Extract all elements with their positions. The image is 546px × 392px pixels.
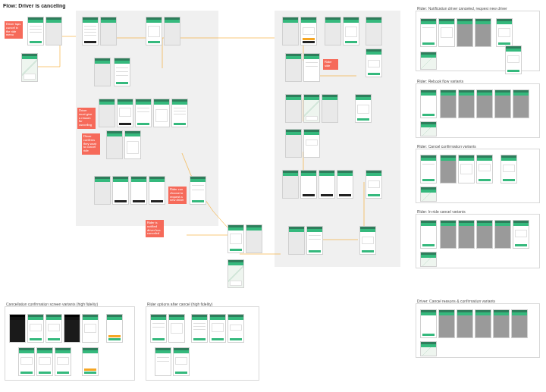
screen-rider-row3-a[interactable] — [285, 94, 302, 123]
screen-cancel-confirm-dialog[interactable] — [146, 17, 162, 45]
screen-rider-row5-c[interactable] — [318, 170, 335, 199]
screen-rider-row6-b[interactable] — [306, 226, 323, 255]
s1-b[interactable] — [438, 18, 455, 47]
s3-a[interactable] — [420, 155, 437, 183]
screen-reason-confirm[interactable] — [124, 130, 141, 159]
screen-rider-row4-a[interactable] — [285, 129, 302, 158]
screen-rider-row5-b[interactable] — [300, 170, 317, 199]
screen-cancel-reason-list[interactable] — [114, 58, 130, 86]
screen-cancel-menu[interactable] — [82, 17, 99, 45]
s2-c[interactable] — [458, 89, 475, 118]
screen-canceled-toast-e[interactable] — [190, 176, 206, 205]
bb-7[interactable] — [173, 347, 190, 376]
screen-rider-row2-a[interactable] — [285, 53, 302, 82]
screen-rider-row5-d[interactable] — [337, 170, 353, 199]
screen-cancel-confirm-dialog-grey[interactable] — [164, 17, 180, 45]
screen-rider-row5-a[interactable] — [282, 170, 299, 199]
bb-2[interactable] — [168, 314, 185, 343]
sheet-2-label: Rider: Rebook flow variants — [417, 79, 463, 83]
screen-rider-row6-a[interactable] — [288, 226, 305, 255]
ba-7[interactable] — [55, 347, 71, 376]
screen-rider-row5-e[interactable] — [366, 170, 382, 199]
s1-e[interactable] — [496, 18, 513, 47]
screen-rider-row4-b[interactable] — [303, 129, 320, 158]
screen-canceled-toast-b[interactable] — [112, 176, 129, 205]
ba-1[interactable] — [27, 314, 44, 343]
bb-4[interactable] — [209, 314, 226, 343]
screen-cancel-reason-blank[interactable] — [94, 58, 111, 86]
ba-6[interactable] — [36, 347, 53, 376]
screen-reason-optC[interactable] — [135, 99, 152, 127]
screen-bridge-map[interactable] — [228, 259, 244, 288]
screen-rider-row3-b[interactable] — [303, 94, 320, 123]
ba-lock[interactable] — [9, 314, 26, 343]
bb-1[interactable] — [150, 314, 167, 343]
s2-d[interactable] — [476, 89, 493, 118]
s1-a[interactable] — [420, 18, 437, 47]
s5-d[interactable] — [475, 309, 491, 338]
s3-d[interactable] — [476, 155, 493, 183]
s2-a[interactable] — [420, 89, 437, 118]
screen-cancel-menu-grey[interactable] — [100, 17, 117, 45]
screen-rider-notif-a[interactable] — [282, 17, 299, 45]
screen-rider-row6-end[interactable] — [359, 226, 376, 255]
ba-5[interactable] — [18, 347, 35, 376]
screen-reason-optB[interactable] — [117, 99, 133, 127]
screen-rider-row2-b[interactable] — [303, 53, 320, 82]
screen-rider-notif-e[interactable] — [366, 17, 382, 45]
s1-c[interactable] — [457, 18, 473, 47]
s2-map[interactable] — [420, 121, 437, 136]
screen-canceled-toast-c[interactable] — [130, 176, 147, 205]
screen-rider-row3-c[interactable] — [322, 94, 338, 123]
screen-driver-ride-active-b[interactable] — [46, 17, 62, 45]
screen-rider-notif-b[interactable] — [300, 17, 317, 45]
note-driver-reason: Driver must give a reason for canceling — [77, 108, 96, 129]
screen-rider-row3-d[interactable] — [355, 94, 372, 123]
s3-map[interactable] — [420, 187, 437, 202]
s3-c[interactable] — [458, 155, 475, 183]
screen-reason-confirm-grey[interactable] — [106, 130, 123, 159]
screen-rider-notif-c[interactable] — [325, 17, 341, 45]
s2-e[interactable] — [494, 89, 511, 118]
bb-3[interactable] — [191, 314, 208, 343]
s2-f[interactable] — [513, 89, 529, 118]
screen-bridge-a[interactable] — [228, 224, 244, 253]
s3-b[interactable] — [440, 155, 457, 183]
bb-5[interactable] — [228, 314, 244, 343]
screen-reason-optA[interactable] — [99, 99, 115, 127]
sheet-4-label: Rider: In-ride cancel variants — [417, 209, 466, 214]
s5-e[interactable] — [493, 309, 510, 338]
screen-rider-map-start[interactable] — [21, 53, 38, 82]
s3-e[interactable] — [500, 155, 517, 183]
s5-map[interactable] — [420, 341, 437, 356]
screen-rider-notif-d[interactable] — [343, 17, 359, 45]
screen-canceled-toast-d[interactable] — [149, 176, 165, 205]
screen-canceled-toast-a[interactable] — [94, 176, 111, 205]
ba-lock2[interactable] — [64, 314, 80, 343]
s1-d[interactable] — [475, 18, 491, 47]
s4-d[interactable] — [476, 220, 493, 249]
ba-3[interactable] — [82, 314, 99, 343]
screen-driver-ride-active-a[interactable] — [27, 17, 44, 45]
s4-c[interactable] — [458, 220, 475, 249]
s5-b[interactable] — [438, 309, 455, 338]
screen-bridge-b[interactable] — [246, 224, 262, 253]
ba-4[interactable] — [106, 314, 123, 343]
s4-b[interactable] — [440, 220, 457, 249]
s4-f[interactable] — [513, 220, 529, 249]
s4-e[interactable] — [494, 220, 511, 249]
screen-reason-optD[interactable] — [153, 99, 170, 127]
s4-a[interactable] — [420, 220, 437, 249]
s2-b[interactable] — [440, 89, 457, 118]
bb-6[interactable] — [155, 347, 171, 376]
screen-rider-notif-f[interactable] — [366, 49, 382, 77]
s1-map[interactable] — [420, 52, 437, 70]
s4-map[interactable] — [420, 252, 437, 267]
s1-f[interactable] — [505, 45, 522, 74]
s5-f[interactable] — [511, 309, 528, 338]
screen-reason-optE[interactable] — [171, 99, 188, 127]
s5-c[interactable] — [457, 309, 473, 338]
s5-a[interactable] — [420, 309, 437, 338]
ba-2[interactable] — [46, 314, 62, 343]
ba-8[interactable] — [82, 347, 99, 376]
